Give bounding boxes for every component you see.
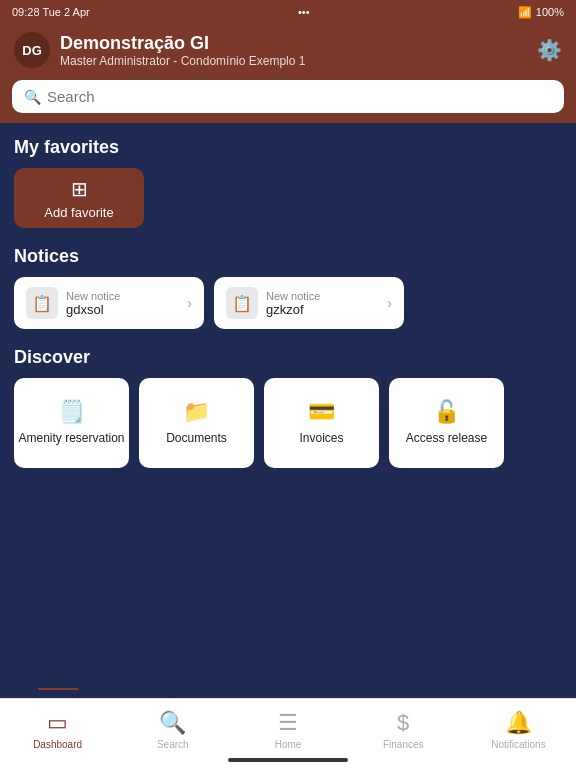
search-icon: 🔍	[24, 89, 41, 105]
notice-card-0[interactable]: 📋 New notice gdxsol ›	[14, 277, 204, 329]
discover-card-access[interactable]: 🔓 Access release	[389, 378, 504, 468]
search-container: 🔍	[0, 80, 576, 123]
tab-search-label: Search	[157, 739, 189, 750]
notice-icon-0: 📋	[26, 287, 58, 319]
discover-card-amenity[interactable]: 🗒️ Amenity reservation	[14, 378, 129, 468]
tab-notifications-label: Notifications	[491, 739, 545, 750]
search-bar[interactable]: 🔍	[12, 80, 564, 113]
discover-section: Discover 🗒️ Amenity reservation 📁 Docume…	[14, 347, 562, 468]
invoices-label: Invoices	[299, 431, 343, 447]
tab-notifications[interactable]: 🔔 Notifications	[461, 710, 576, 758]
add-icon: ⊞	[71, 177, 88, 201]
discover-grid: 🗒️ Amenity reservation 📁 Documents 💳 Inv…	[14, 378, 562, 468]
amenity-label: Amenity reservation	[18, 431, 124, 447]
notice-label-1: New notice	[266, 290, 379, 302]
status-right: 📶 100%	[518, 6, 564, 19]
chevron-right-icon-1: ›	[387, 295, 392, 311]
notices-row: 📋 New notice gdxsol › 📋 New notice gzkzo…	[14, 277, 562, 329]
add-favorite-button[interactable]: ⊞ Add favorite	[14, 168, 144, 228]
main-content: My favorites ⊞ Add favorite Notices 📋 Ne…	[0, 123, 576, 468]
notice-name-1: gzkzof	[266, 302, 379, 317]
home-indicator	[228, 758, 348, 762]
avatar: DG	[14, 32, 50, 68]
tab-finances[interactable]: $ Finances	[346, 710, 461, 758]
notice-card-1[interactable]: 📋 New notice gzkzof ›	[214, 277, 404, 329]
invoices-icon: 💳	[308, 399, 335, 425]
active-indicator	[38, 688, 78, 690]
access-icon: 🔓	[433, 399, 460, 425]
dashboard-icon: ▭	[47, 710, 68, 736]
tab-finances-label: Finances	[383, 739, 424, 750]
tab-search[interactable]: 🔍 Search	[115, 710, 230, 758]
header: DG Demonstração GI Master Administrator …	[0, 24, 576, 80]
tab-dashboard[interactable]: ▭ Dashboard	[0, 710, 115, 758]
home-icon: ☰	[278, 710, 298, 736]
discover-title: Discover	[14, 347, 562, 368]
favorites-title: My favorites	[14, 137, 562, 158]
notice-name-0: gdxsol	[66, 302, 179, 317]
access-label: Access release	[406, 431, 487, 447]
search-tab-icon: 🔍	[159, 710, 186, 736]
battery-label: 100%	[536, 6, 564, 18]
settings-icon[interactable]: ⚙️	[537, 38, 562, 62]
tab-dashboard-label: Dashboard	[33, 739, 82, 750]
wifi-icon: 📶	[518, 6, 532, 19]
amenity-icon: 🗒️	[58, 399, 85, 425]
app-title: Demonstração GI	[60, 33, 305, 54]
documents-icon: 📁	[183, 399, 210, 425]
finances-icon: $	[397, 710, 409, 736]
discover-card-documents[interactable]: 📁 Documents	[139, 378, 254, 468]
discover-card-invoices[interactable]: 💳 Invoices	[264, 378, 379, 468]
tab-home[interactable]: ☰ Home	[230, 710, 345, 758]
add-favorite-label: Add favorite	[44, 205, 113, 220]
status-bar: 09:28 Tue 2 Apr ••• 📶 100%	[0, 0, 576, 24]
notice-icon-1: 📋	[226, 287, 258, 319]
status-time: 09:28 Tue 2 Apr	[12, 6, 90, 18]
status-dots: •••	[298, 6, 310, 18]
notice-label-0: New notice	[66, 290, 179, 302]
app-subtitle: Master Administrator - Condomínio Exempl…	[60, 54, 305, 68]
notices-title: Notices	[14, 246, 562, 267]
notifications-icon: 🔔	[505, 710, 532, 736]
notices-section: Notices 📋 New notice gdxsol › 📋 New noti…	[14, 246, 562, 329]
favorites-section: My favorites ⊞ Add favorite	[14, 137, 562, 228]
chevron-right-icon-0: ›	[187, 295, 192, 311]
tab-home-label: Home	[275, 739, 302, 750]
documents-label: Documents	[166, 431, 227, 447]
search-input[interactable]	[47, 88, 552, 105]
